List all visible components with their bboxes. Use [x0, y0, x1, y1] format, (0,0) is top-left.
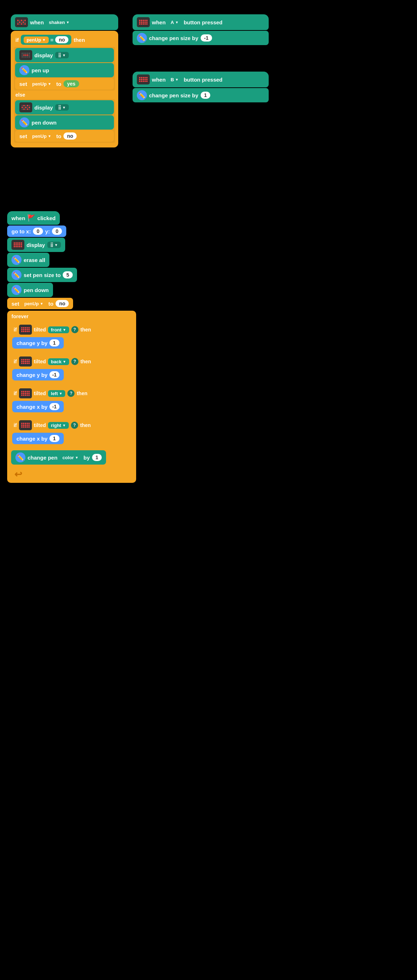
- back-dropdown[interactable]: back ▼: [48, 358, 69, 365]
- pen-icon-2: ✏️: [19, 118, 29, 127]
- eq-label: =: [51, 37, 54, 43]
- B-dropdown[interactable]: B ▼: [168, 76, 181, 83]
- then4-label: then: [80, 422, 91, 428]
- set-penup-no[interactable]: set penUp ▼ to no: [15, 130, 114, 142]
- when-flag-hat[interactable]: when 🚩 clicked: [7, 211, 60, 225]
- microbit-icon-5: [137, 75, 150, 84]
- display-dropdown-2[interactable]: ⣿ ▼: [55, 104, 69, 111]
- display-block-1[interactable]: display ⣿ ▼: [15, 48, 114, 62]
- penup-condition: penUp ▼ = no: [21, 35, 71, 45]
- pen-icon-5: ✏️: [11, 255, 21, 265]
- change-x4-block[interactable]: change x by 1: [12, 433, 64, 444]
- A-dropdown[interactable]: A ▼: [168, 19, 181, 26]
- microbit-icon-2: [19, 50, 32, 60]
- color-val-pill: 1: [92, 454, 102, 461]
- y2-val-pill: -1: [50, 371, 59, 378]
- y1-val-pill: 1: [50, 339, 59, 347]
- change-y2-label: change y by: [16, 372, 48, 378]
- when-A-hat[interactable]: when A ▼ button pressed: [133, 14, 269, 30]
- change-y2-block[interactable]: change y by -1: [12, 369, 64, 380]
- y-val-pill: 0: [52, 228, 62, 235]
- left-dropdown[interactable]: left ▼: [48, 390, 65, 397]
- change-x4-label: change x by: [16, 436, 48, 442]
- change-pen-size-label-1: change pen size by: [149, 35, 198, 41]
- microbit-icon-6: [11, 240, 24, 250]
- set-label-1: set: [19, 81, 27, 87]
- set-label-3: set: [11, 301, 19, 307]
- change-x3-block[interactable]: change x by -1: [12, 401, 64, 412]
- pen-down-block[interactable]: ✏️ pen down: [15, 115, 114, 130]
- pen-icon-1: ✏️: [19, 65, 29, 75]
- repeat-arrow: ↩: [9, 468, 135, 481]
- button-pressed-label-B: button pressed: [184, 76, 222, 83]
- when-flag-label: when: [11, 215, 25, 221]
- q4-mark: ?: [71, 422, 78, 429]
- front-dropdown[interactable]: front ▼: [48, 326, 69, 333]
- then2-label: then: [81, 359, 91, 364]
- change-y1-label: change y by: [16, 340, 48, 346]
- by-label: by: [83, 455, 90, 461]
- penup-dropdown[interactable]: penUp ▼: [24, 37, 48, 43]
- to-label-1: to: [56, 81, 61, 87]
- penup-set-dropdown-2[interactable]: penUp ▼: [29, 133, 54, 140]
- when-label-B: when: [152, 76, 166, 83]
- to-label-2: to: [56, 133, 61, 139]
- pen-icon-6: ✏️: [11, 270, 21, 280]
- change-y1-block[interactable]: change y by 1: [12, 337, 64, 348]
- if1-label: if: [14, 327, 17, 332]
- pen-up-label: pen up: [32, 67, 49, 73]
- when-shaken-hat[interactable]: when shaken ▼: [11, 14, 118, 30]
- if4-label: if: [14, 422, 17, 428]
- display-dropdown-3[interactable]: ⣿ ▼: [47, 242, 61, 248]
- to-label-3: to: [48, 301, 53, 307]
- penup-dropdown-2[interactable]: penUp ▼: [21, 300, 46, 307]
- change-pen-size-1[interactable]: ✏️ change pen size by 1: [133, 88, 269, 102]
- pen-up-block[interactable]: ✏️ pen up: [15, 63, 114, 77]
- pen-icon-7: ✏️: [11, 285, 21, 295]
- set-penup-yes[interactable]: set penUp ▼ to yes: [15, 78, 114, 89]
- pen-down-block-2[interactable]: ✏️ pen down: [7, 283, 53, 297]
- x4-val-pill: 1: [50, 435, 59, 442]
- if3-label: if: [14, 390, 17, 396]
- forever-wrapper: forever if tilted front ▼ ? then: [7, 311, 136, 483]
- pen-size-5-pill: 5: [63, 271, 73, 278]
- display-label-2: display: [34, 105, 53, 111]
- pen-icon-4: ✏️: [137, 90, 147, 100]
- when-B-hat[interactable]: when B ▼ button pressed: [133, 72, 269, 88]
- change-pen-color-block[interactable]: ✏️ change pen color ▼ by 1: [11, 450, 106, 465]
- set-penup-no-2[interactable]: set penUp ▼ to no: [7, 298, 73, 309]
- set-pen-size-block[interactable]: ✏️ set pen size to 5: [7, 268, 77, 282]
- microbit-icon-1: [15, 17, 28, 27]
- forever-label: forever: [9, 312, 135, 321]
- penup-set-dropdown-1[interactable]: penUp ▼: [29, 81, 54, 88]
- tilted4-label: tilted: [34, 422, 46, 428]
- flag-icon: 🚩: [27, 214, 35, 222]
- if-left-wrapper: if tilted left ▼ ? then ch: [10, 385, 134, 416]
- color-dropdown[interactable]: color ▼: [59, 454, 81, 461]
- neg1-pill: -1: [201, 34, 212, 41]
- set-pen-size-label: set pen size to: [24, 272, 61, 278]
- display-block-3[interactable]: display ⣿ ▼: [7, 238, 65, 252]
- microbit-icon-10: [19, 420, 32, 430]
- if-header: if penUp ▼ = no then: [13, 33, 117, 47]
- clicked-label: clicked: [37, 215, 56, 221]
- else-label: else: [13, 91, 117, 99]
- if2-label: if: [14, 359, 17, 364]
- if-label: if: [15, 37, 19, 43]
- display-block-2[interactable]: display ⣿ ▼: [15, 100, 114, 115]
- change-pen-size-label-2: change pen size by: [149, 92, 198, 99]
- display-dropdown-1[interactable]: ⣿ ▼: [55, 52, 69, 58]
- yes-pill: yes: [64, 80, 79, 88]
- microbit-icon-9: [19, 388, 32, 398]
- change-x3-label: change x by: [16, 404, 48, 410]
- erase-all-block[interactable]: ✏️ erase all: [7, 253, 50, 267]
- right-dropdown[interactable]: right ▼: [48, 422, 69, 429]
- goto-block[interactable]: go to x: 0 y: 0: [7, 226, 66, 237]
- pen-down-label-2: pen down: [24, 287, 49, 293]
- shaken-dropdown[interactable]: shaken ▼: [46, 19, 72, 26]
- no-pill: no: [55, 36, 69, 43]
- tilted2-label: tilted: [34, 359, 46, 364]
- change-pen-size-neg1[interactable]: ✏️ change pen size by -1: [133, 31, 269, 45]
- set-label-2: set: [19, 133, 27, 139]
- microbit-icon-7: [19, 325, 32, 335]
